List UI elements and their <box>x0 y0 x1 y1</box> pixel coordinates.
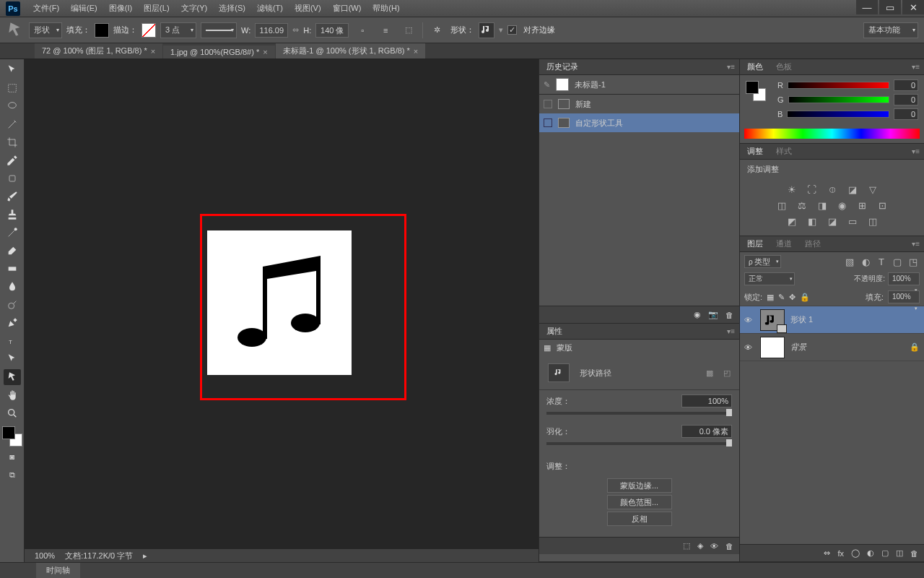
window-close[interactable]: ✕ <box>902 0 924 14</box>
eyedropper-tool[interactable] <box>4 152 21 168</box>
styles-tab[interactable]: 样式 <box>773 144 795 158</box>
lasso-tool[interactable] <box>4 98 21 114</box>
path-select-tool[interactable] <box>4 351 21 367</box>
link-wh-icon[interactable]: ⇔ <box>292 25 299 35</box>
panel-menu-icon[interactable]: ▾≡ <box>912 240 920 248</box>
pixel-mask-icon[interactable]: ▩ <box>706 368 713 378</box>
panel-menu-icon[interactable]: ▾≡ <box>727 63 735 71</box>
color-swatch[interactable] <box>2 426 22 447</box>
workspace-select[interactable]: 基本功能 <box>863 22 918 38</box>
mask-edge-button[interactable]: 蒙版边缘... <box>607 478 672 493</box>
color-tab[interactable]: 颜色 <box>744 60 766 74</box>
brightness-icon[interactable]: ☀ <box>785 184 798 195</box>
invert-button[interactable]: 反相 <box>607 512 672 526</box>
filter-smart-icon[interactable]: ◳ <box>907 256 920 267</box>
eraser-tool[interactable] <box>4 243 21 259</box>
visibility-icon[interactable]: 👁 <box>744 343 754 352</box>
history-doc[interactable]: ✎ 未标题-1 <box>539 75 739 94</box>
menu-help[interactable]: 帮助(H) <box>367 3 405 14</box>
align-edges-checkbox[interactable]: ✓ <box>507 25 517 35</box>
close-icon[interactable]: × <box>414 47 418 56</box>
stroke-width-select[interactable]: 3 点 <box>160 22 196 38</box>
pen-tool[interactable] <box>4 315 21 331</box>
heal-tool[interactable] <box>4 171 21 186</box>
trash-icon[interactable]: 🗑 <box>725 311 733 319</box>
density-input[interactable]: 100% <box>681 394 732 407</box>
levels-icon[interactable]: ⛶ <box>806 184 819 195</box>
document-tab[interactable]: 72 @ 100% (图层 1, RGB/8) *× <box>35 43 162 59</box>
gear-icon[interactable]: ✲ <box>427 21 446 40</box>
mask-icon[interactable]: ◯ <box>851 548 860 558</box>
layer-thumb[interactable] <box>760 337 785 358</box>
canvas-area[interactable]: 100% 文档:117.2K/0 字节 ▸ <box>25 59 539 562</box>
lock-all-icon[interactable]: 🔒 <box>800 293 810 302</box>
vibrance-icon[interactable]: ▽ <box>866 184 879 195</box>
hand-tool[interactable] <box>4 387 21 403</box>
swatches-tab[interactable]: 色板 <box>773 60 795 74</box>
layer-row[interactable]: 👁 背景 🔒 <box>740 334 924 361</box>
brush-tool[interactable] <box>4 189 21 204</box>
blur-tool[interactable] <box>4 279 21 295</box>
load-sel-icon[interactable]: ⬚ <box>683 541 690 551</box>
filter-type-icon[interactable]: T <box>875 256 888 267</box>
width-input[interactable]: 116.09 <box>255 23 288 38</box>
marquee-tool[interactable] <box>4 80 21 96</box>
path-ops-icon[interactable]: ▫ <box>353 21 372 40</box>
feather-slider[interactable]: .prop-slider:nth-of-type(2)::after{left:… <box>546 442 732 445</box>
trash-icon[interactable]: 🗑 <box>910 549 918 558</box>
history-item[interactable]: 自定形状工具 <box>539 113 739 132</box>
r-input[interactable]: 0 <box>894 79 918 91</box>
threshold-icon[interactable]: ◪ <box>826 215 839 227</box>
layers-tab[interactable]: 图层 <box>744 237 766 251</box>
stroke-style-select[interactable] <box>201 22 237 38</box>
history-tab[interactable]: 历史记录 <box>544 60 581 74</box>
height-input[interactable]: 140 像 <box>315 23 349 38</box>
visibility-icon[interactable]: 👁 <box>744 316 754 324</box>
hsl-icon[interactable]: ◫ <box>775 199 788 211</box>
curves-icon[interactable]: ⦶ <box>826 184 839 195</box>
feather-input[interactable]: 0.0 像素 <box>681 425 732 438</box>
type-tool[interactable]: T <box>4 333 21 349</box>
window-minimize[interactable]: — <box>856 0 878 14</box>
exposure-icon[interactable]: ◪ <box>846 184 859 195</box>
photo-filter-icon[interactable]: ◉ <box>836 199 849 211</box>
vector-mask-icon[interactable]: ◰ <box>723 368 731 378</box>
menu-edit[interactable]: 编辑(E) <box>65 3 103 14</box>
layer-name[interactable]: 背景 <box>790 342 806 353</box>
menu-filter[interactable]: 滤镜(T) <box>251 3 289 14</box>
camera-icon[interactable]: ◉ <box>694 310 701 319</box>
group-icon[interactable]: ▢ <box>881 548 889 558</box>
panel-menu-icon[interactable]: ▾≡ <box>912 63 920 71</box>
b-input[interactable]: 0 <box>894 108 918 120</box>
disable-mask-icon[interactable]: 👁 <box>710 542 718 551</box>
zoom-tool[interactable] <box>4 405 21 421</box>
fill-input[interactable]: 100% <box>888 290 920 303</box>
shape-tool[interactable] <box>4 369 21 385</box>
wand-tool[interactable] <box>4 116 21 132</box>
quickmask-icon[interactable]: ◙ <box>4 449 21 465</box>
filter-adj-icon[interactable]: ◐ <box>859 256 872 267</box>
layer-row[interactable]: 👁 形状 1 <box>740 306 924 334</box>
menu-file[interactable]: 文件(F) <box>27 3 65 14</box>
new-snapshot-icon[interactable]: 📷 <box>708 310 718 319</box>
filter-pixel-icon[interactable]: ▧ <box>843 256 856 267</box>
zoom-level[interactable]: 100% <box>35 551 55 560</box>
stamp-tool[interactable] <box>4 207 21 223</box>
screenmode-icon[interactable]: ⧉ <box>4 467 21 483</box>
menu-view[interactable]: 视图(V) <box>289 3 327 14</box>
layer-thumb[interactable] <box>760 309 785 331</box>
density-slider[interactable] <box>546 412 732 415</box>
filter-kind-select[interactable]: ρ 类型 <box>744 255 781 268</box>
lock-pos-icon[interactable]: ✥ <box>789 293 796 302</box>
mask-thumb[interactable] <box>548 363 570 382</box>
chevron-right-icon[interactable]: ▸ <box>143 551 147 561</box>
adjustments-tab[interactable]: 调整 <box>744 144 766 158</box>
new-layer-icon[interactable]: ◫ <box>896 548 903 558</box>
close-icon[interactable]: × <box>263 48 267 56</box>
gradient-map-icon[interactable]: ▭ <box>846 215 859 227</box>
crop-tool[interactable] <box>4 134 21 150</box>
menu-image[interactable]: 图像(I) <box>103 3 138 14</box>
history-brush-tool[interactable] <box>4 225 21 241</box>
move-tool[interactable] <box>4 62 21 78</box>
tool-preset-icon[interactable] <box>6 21 25 40</box>
